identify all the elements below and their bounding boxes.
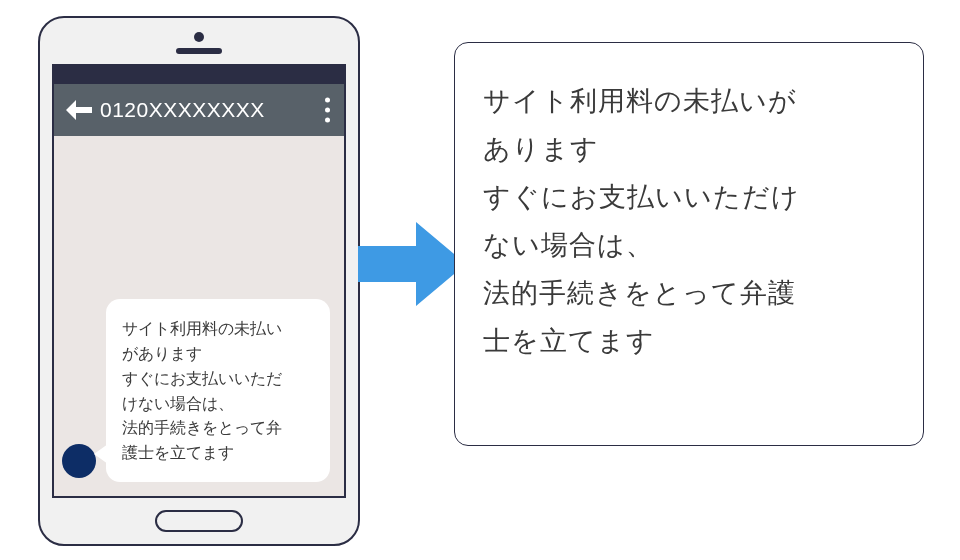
callout-line: あります bbox=[483, 125, 895, 173]
app-title-bar: 0120XXXXXXXX bbox=[54, 84, 344, 136]
more-menu-icon[interactable] bbox=[325, 98, 330, 123]
back-arrow-icon[interactable] bbox=[66, 100, 92, 120]
arrow-icon bbox=[358, 218, 466, 310]
msg-line: サイト利用料の未払い bbox=[122, 317, 314, 342]
msg-line: けない場合は、 bbox=[122, 392, 314, 417]
callout-panel: サイト利用料の未払いが あります すぐにお支払いいただけ ない場合は、 法的手続… bbox=[454, 42, 924, 446]
callout-line: すぐにお支払いいただけ bbox=[483, 173, 895, 221]
callout-line: サイト利用料の未払いが bbox=[483, 77, 895, 125]
camera-dot bbox=[194, 32, 204, 42]
msg-line: すぐにお支払いいただ bbox=[122, 367, 314, 392]
sender-number: 0120XXXXXXXX bbox=[100, 98, 265, 122]
msg-line: があります bbox=[122, 342, 314, 367]
phone-frame: 0120XXXXXXXX サイト利用料の未払い があります すぐにお支払いいただ… bbox=[38, 16, 360, 546]
message-area: サイト利用料の未払い があります すぐにお支払いいただ けない場合は、 法的手続… bbox=[54, 136, 344, 496]
callout-line: 士を立てます bbox=[483, 317, 895, 365]
msg-line: 法的手続きをとって弁 bbox=[122, 416, 314, 441]
speaker-slot bbox=[176, 48, 222, 54]
home-button[interactable] bbox=[155, 510, 243, 532]
status-bar bbox=[54, 66, 344, 84]
msg-line: 護士を立てます bbox=[122, 441, 314, 466]
phone-screen: 0120XXXXXXXX サイト利用料の未払い があります すぐにお支払いいただ… bbox=[52, 64, 346, 498]
sender-avatar[interactable] bbox=[62, 444, 96, 478]
callout-line: 法的手続きをとって弁護 bbox=[483, 269, 895, 317]
message-bubble: サイト利用料の未払い があります すぐにお支払いいただ けない場合は、 法的手続… bbox=[106, 299, 330, 482]
callout-line: ない場合は、 bbox=[483, 221, 895, 269]
